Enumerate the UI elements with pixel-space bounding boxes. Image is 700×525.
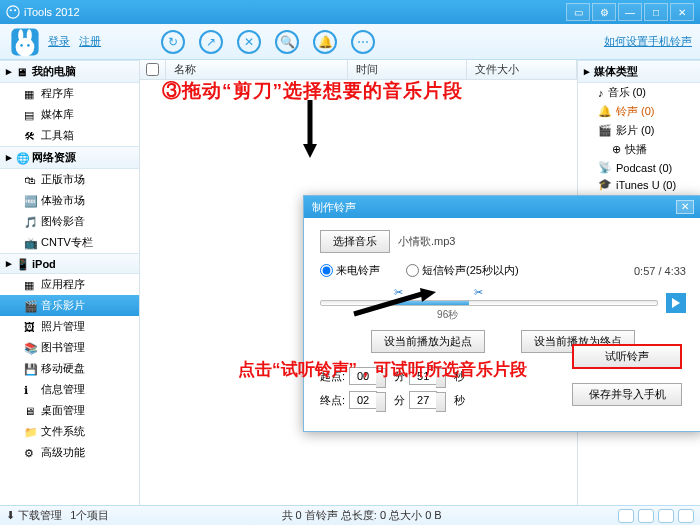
prev-button[interactable] xyxy=(618,509,634,523)
svg-point-7 xyxy=(20,44,23,47)
save-import-button[interactable]: 保存并导入手机 xyxy=(572,383,682,406)
close-button[interactable]: ✕ xyxy=(670,3,694,21)
next-button[interactable] xyxy=(658,509,674,523)
svg-line-11 xyxy=(354,294,422,314)
set-start-button[interactable]: 设当前播放为起点 xyxy=(371,330,485,353)
sidebar-item-advanced[interactable]: ⚙高级功能 xyxy=(0,442,139,463)
sidebar-item-filesystem[interactable]: 📁文件系统 xyxy=(0,421,139,442)
app-title: iTools 2012 xyxy=(24,6,80,18)
time-position: 0:57 / 4:33 xyxy=(634,265,686,277)
col-checkbox[interactable] xyxy=(140,60,166,79)
download-manager[interactable]: 下载管理 xyxy=(18,508,62,523)
start-label: 起点: xyxy=(320,369,345,384)
sidebar: ▸ 🖥我的电脑 ▦程序库 ▤媒体库 🛠工具箱 ▸ 🌐网络资源 🛍正版市场 🆓体验… xyxy=(0,60,140,505)
dialog-close-button[interactable]: ✕ xyxy=(676,200,694,214)
media-podcast[interactable]: 📡 Podcast (0) xyxy=(578,159,700,176)
timeline-tick: 96秒 xyxy=(437,308,458,322)
filename-label: 小情歌.mp3 xyxy=(398,234,455,249)
help-link[interactable]: 如何设置手机铃声 xyxy=(604,34,692,49)
select-music-button[interactable]: 选择音乐 xyxy=(320,230,390,253)
search-icon[interactable]: 🔍 xyxy=(275,30,299,54)
sidebar-group-ipod[interactable]: ▸ 📱iPod xyxy=(0,253,139,274)
dialog-body: 选择音乐 小情歌.mp3 来电铃声 短信铃声(25秒以内) 0:57 / 4:3… xyxy=(304,218,700,431)
export-icon[interactable]: ↗ xyxy=(199,30,223,54)
sidebar-item-trial-market[interactable]: 🆓体验市场 xyxy=(0,190,139,211)
statusbar: ⬇ 下载管理 1个项目 共 0 首铃声 总长度: 0 总大小 0 B xyxy=(0,505,700,525)
media-ringtone[interactable]: 🔔 铃声 (0) xyxy=(578,102,700,121)
settings-button[interactable]: ⚙ xyxy=(592,3,616,21)
media-itunesu[interactable]: 🎓 iTunes U (0) xyxy=(578,176,700,193)
media-quickplay[interactable]: ⊕ 快播 xyxy=(578,140,700,159)
col-time[interactable]: 时间 xyxy=(348,60,468,79)
feedback-button[interactable]: ▭ xyxy=(566,3,590,21)
volume-button[interactable] xyxy=(678,509,694,523)
svg-point-8 xyxy=(27,44,30,47)
svg-point-1 xyxy=(10,9,12,11)
svg-point-6 xyxy=(16,37,35,56)
radio-incoming[interactable]: 来电铃声 xyxy=(320,263,380,278)
titlebar: iTools 2012 ▭ ⚙ — □ ✕ xyxy=(0,0,700,24)
download-icon[interactable]: ⬇ xyxy=(6,509,15,522)
svg-point-0 xyxy=(7,6,19,18)
sidebar-item-info[interactable]: ℹ信息管理 xyxy=(0,379,139,400)
toolbar: ↻ ↗ ✕ 🔍 🔔 ⋯ xyxy=(161,30,375,54)
status-summary: 共 0 首铃声 总长度: 0 总大小 0 B xyxy=(282,508,442,523)
radio-sms[interactable]: 短信铃声(25秒以内) xyxy=(406,263,519,278)
dialog-title: 制作铃声 xyxy=(312,200,356,215)
item-count: 1个项目 xyxy=(70,508,109,523)
annotation-arrow-down-icon xyxy=(303,100,317,158)
bell-icon[interactable]: 🔔 xyxy=(313,30,337,54)
select-all-checkbox[interactable] xyxy=(146,63,159,76)
start-min-input[interactable]: 00 xyxy=(349,367,377,385)
scissor-end-icon[interactable]: ✂ xyxy=(474,286,488,300)
sidebar-item-toolbox[interactable]: 🛠工具箱 xyxy=(0,125,139,146)
col-name[interactable]: 名称 xyxy=(166,60,348,79)
media-type-header[interactable]: ▸ 媒体类型 xyxy=(578,60,700,83)
main: ▸ 🖥我的电脑 ▦程序库 ▤媒体库 🛠工具箱 ▸ 🌐网络资源 🛍正版市场 🆓体验… xyxy=(0,60,700,505)
sidebar-group-computer[interactable]: ▸ 🖥我的电脑 xyxy=(0,60,139,83)
maximize-button[interactable]: □ xyxy=(644,3,668,21)
start-sec-input[interactable]: 51 xyxy=(409,367,437,385)
end-label: 终点: xyxy=(320,393,345,408)
sidebar-item-ringtone-movie[interactable]: 🎵图铃影音 xyxy=(0,211,139,232)
dialog-titlebar[interactable]: 制作铃声 ✕ xyxy=(304,196,700,218)
register-link[interactable]: 注册 xyxy=(79,35,101,47)
sidebar-item-cntv[interactable]: 📺CNTV专栏 xyxy=(0,232,139,253)
auth-links: 登录 注册 xyxy=(42,34,101,49)
svg-marker-10 xyxy=(303,144,317,158)
sidebar-item-media-lib[interactable]: ▤媒体库 xyxy=(0,104,139,125)
svg-marker-12 xyxy=(420,288,436,302)
sidebar-item-music-video[interactable]: 🎬音乐影片 xyxy=(0,295,139,316)
bunny-logo-icon xyxy=(8,25,42,59)
sidebar-group-network[interactable]: ▸ 🌐网络资源 xyxy=(0,146,139,169)
more-icon[interactable]: ⋯ xyxy=(351,30,375,54)
login-link[interactable]: 登录 xyxy=(48,35,70,47)
sidebar-item-desktop[interactable]: 🖥桌面管理 xyxy=(0,400,139,421)
cancel-icon[interactable]: ✕ xyxy=(237,30,261,54)
sidebar-item-apps[interactable]: ▦应用程序 xyxy=(0,274,139,295)
play-button[interactable] xyxy=(666,293,686,313)
content-area: 名称 时间 文件大小 制作铃声 ✕ 选择音乐 小情歌.mp3 来电铃声 短信铃声… xyxy=(140,60,578,505)
annotation-arrow-diag-icon xyxy=(350,288,436,318)
media-movie[interactable]: 🎬 影片 (0) xyxy=(578,121,700,140)
preview-button[interactable]: 试听铃声 xyxy=(572,344,682,369)
col-size[interactable]: 文件大小 xyxy=(467,60,577,79)
header: 登录 注册 ↻ ↗ ✕ 🔍 🔔 ⋯ 如何设置手机铃声 xyxy=(0,24,700,60)
sidebar-item-books[interactable]: 📚图书管理 xyxy=(0,337,139,358)
end-sec-input[interactable]: 27 xyxy=(409,391,437,409)
app-logo-icon xyxy=(6,5,20,19)
refresh-icon[interactable]: ↻ xyxy=(161,30,185,54)
minimize-button[interactable]: — xyxy=(618,3,642,21)
end-min-input[interactable]: 02 xyxy=(349,391,377,409)
sidebar-item-photos[interactable]: 🖼照片管理 xyxy=(0,316,139,337)
media-music[interactable]: ♪ 音乐 (0) xyxy=(578,83,700,102)
list-header: 名称 时间 文件大小 xyxy=(140,60,577,80)
sidebar-item-disk[interactable]: 💾移动硬盘 xyxy=(0,358,139,379)
svg-point-2 xyxy=(14,9,16,11)
sidebar-item-market[interactable]: 🛍正版市场 xyxy=(0,169,139,190)
sidebar-item-apps-lib[interactable]: ▦程序库 xyxy=(0,83,139,104)
play-mini-button[interactable] xyxy=(638,509,654,523)
